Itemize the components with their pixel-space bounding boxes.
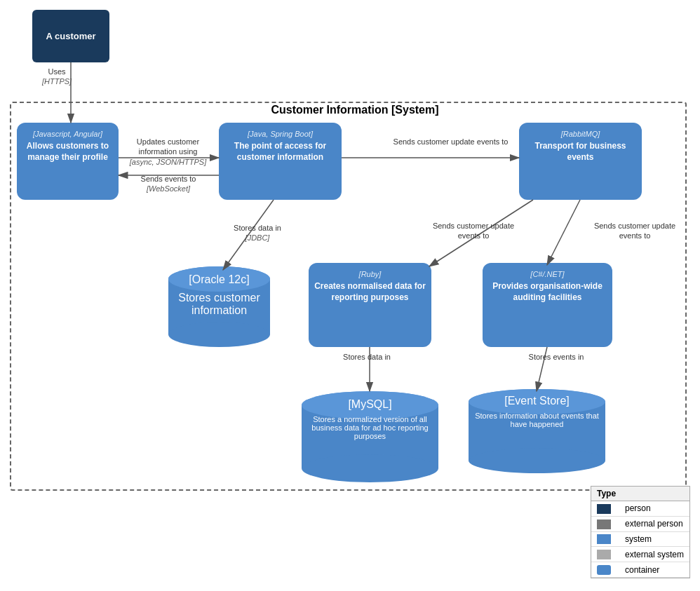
diagram-container: A customer Uses [HTTPS] Customer Informa… bbox=[0, 0, 700, 591]
legend-color-system bbox=[597, 534, 611, 544]
system-boundary-label: Customer Information [System] bbox=[10, 104, 700, 116]
legend: Type person external person system exter… bbox=[591, 486, 690, 578]
legend-row-external-system: external system bbox=[591, 547, 689, 562]
person-label: A customer bbox=[46, 31, 95, 41]
legend-title: Type bbox=[591, 487, 689, 501]
api-desc: The point of access for customer informa… bbox=[224, 141, 336, 163]
oracle-tech: [Oracle 12c] bbox=[168, 273, 270, 286]
legend-row-system: system bbox=[591, 531, 689, 547]
updates-customer-label: Updates customer information using [asyn… bbox=[121, 137, 215, 167]
oracle-desc: Stores customer information bbox=[168, 292, 270, 317]
rabbitmq-box: [RabbitMQ] Transport for business events bbox=[519, 123, 642, 200]
stores-data-jdbc-label: Stores data in [JDBC] bbox=[219, 223, 296, 243]
stores-events-label: Stores events in bbox=[518, 352, 595, 362]
legend-label-system: system bbox=[619, 531, 689, 547]
legend-row-person: person bbox=[591, 501, 689, 516]
sends-customer-update-label: Sends customer update events to bbox=[389, 137, 512, 147]
stores-data-mysql-label: Stores data in bbox=[328, 352, 405, 362]
oracle-db-box: [Oracle 12c] Stores customer information bbox=[168, 266, 270, 347]
svg-point-6 bbox=[302, 454, 438, 482]
frontend-tech: [Javascript, Angular] bbox=[22, 130, 113, 138]
svg-point-2 bbox=[168, 322, 270, 347]
mysql-desc: Stores a normalized version of all busin… bbox=[307, 415, 433, 440]
legend-color-container bbox=[597, 565, 611, 575]
rabbitmq-desc: Transport for business events bbox=[525, 141, 636, 163]
eventstore-db-box: [Event Store] Stores information about e… bbox=[469, 389, 605, 473]
legend-row-external-person: external person bbox=[591, 516, 689, 531]
uses-label: Uses [HTTPS] bbox=[42, 67, 72, 87]
dotnet-tech: [C#/.NET] bbox=[488, 270, 607, 278]
legend-label-container: container bbox=[619, 562, 689, 578]
frontend-desc: Allows customers to manage their profile bbox=[22, 141, 113, 163]
api-box: [Java, Spring Boot] The point of access … bbox=[219, 123, 342, 200]
mysql-tech: [MySQL] bbox=[307, 398, 433, 411]
svg-point-10 bbox=[469, 448, 605, 473]
legend-color-external-system bbox=[597, 550, 611, 559]
legend-label-external-system: external system bbox=[619, 547, 689, 562]
api-tech: [Java, Spring Boot] bbox=[224, 130, 336, 138]
sends-customer-ruby-label: Sends customer update events to bbox=[431, 221, 516, 241]
legend-label-external-person: external person bbox=[619, 516, 689, 531]
dotnet-box: [C#/.NET] Provides organisation-wide aud… bbox=[483, 263, 612, 347]
ruby-tech: [Ruby] bbox=[314, 270, 426, 278]
legend-row-container: container bbox=[591, 562, 689, 578]
legend-label-person: person bbox=[619, 501, 689, 516]
frontend-box: [Javascript, Angular] Allows customers t… bbox=[17, 123, 119, 200]
rabbitmq-tech: [RabbitMQ] bbox=[525, 130, 636, 138]
eventstore-tech: [Event Store] bbox=[474, 395, 600, 407]
eventstore-desc: Stores information about events that hav… bbox=[474, 412, 600, 428]
dotnet-desc: Provides organisation-wide auditing faci… bbox=[488, 281, 607, 303]
sends-customer-dotnet-label: Sends customer update events to bbox=[589, 221, 680, 241]
ruby-box: [Ruby] Creates normalised data for repor… bbox=[309, 263, 431, 347]
ruby-desc: Creates normalised data for reporting pu… bbox=[314, 281, 426, 303]
person-box-customer: A customer bbox=[32, 10, 109, 62]
sends-events-label: Sends events to [WebSocket] bbox=[123, 174, 214, 194]
legend-color-external-person bbox=[597, 519, 611, 529]
mysql-db-box: [MySQL] Stores a normalized version of a… bbox=[302, 391, 438, 482]
legend-color-person bbox=[597, 504, 611, 514]
